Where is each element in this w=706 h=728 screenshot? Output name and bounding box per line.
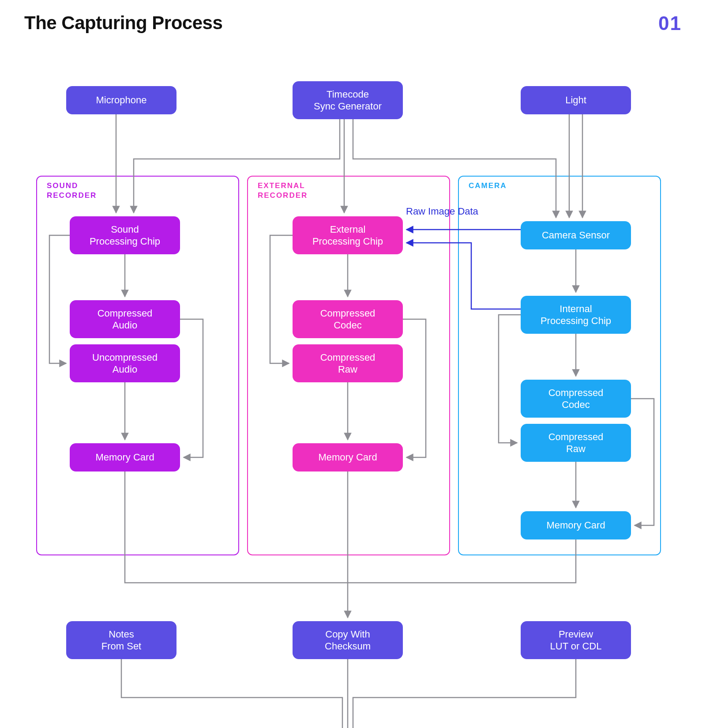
- node-compressed-audio: CompressedAudio: [70, 300, 180, 338]
- node-internal-chip: InternalProcessing Chip: [521, 296, 631, 334]
- node-cam-memory: Memory Card: [521, 511, 631, 539]
- group-label-camera: CAMERA: [469, 181, 507, 191]
- node-preview-lut-cdl: PreviewLUT or CDL: [521, 621, 631, 659]
- node-ext-memory: Memory Card: [293, 443, 403, 472]
- node-external-chip: ExternalProcessing Chip: [293, 216, 403, 254]
- node-microphone: Microphone: [66, 86, 176, 114]
- node-cam-compressed-raw: CompressedRaw: [521, 424, 631, 462]
- node-cam-compressed-codec: CompressedCodec: [521, 380, 631, 418]
- node-ext-compressed-codec: CompressedCodec: [293, 300, 403, 338]
- group-label-sound: SOUNDRECORDER: [47, 181, 97, 200]
- group-label-external: EXTERNALRECORDER: [258, 181, 308, 200]
- node-light: Light: [521, 86, 631, 114]
- node-copy-with-checksum: Copy WithChecksum: [293, 621, 403, 659]
- node-ext-compressed-raw: CompressedRaw: [293, 344, 403, 382]
- node-camera-sensor: Camera Sensor: [521, 221, 631, 249]
- page-title: The Capturing Process: [24, 12, 222, 34]
- node-notes-from-set: NotesFrom Set: [66, 621, 176, 659]
- node-timecode-sync: TimecodeSync Generator: [293, 81, 403, 119]
- node-sound-chip: SoundProcessing Chip: [70, 216, 180, 254]
- page-number: 01: [658, 12, 682, 34]
- node-uncompressed-audio: UncompressedAudio: [70, 344, 180, 382]
- node-sound-memory: Memory Card: [70, 443, 180, 472]
- annotation-raw-image-data: Raw Image Data: [406, 206, 478, 217]
